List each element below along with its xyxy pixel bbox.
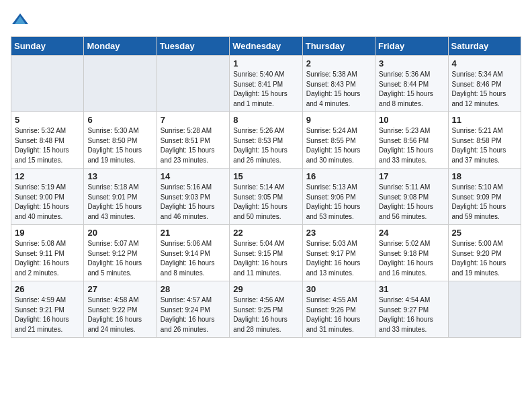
day-info: Sunrise: 5:30 AM Sunset: 8:50 PM Dayligh…	[87, 126, 152, 165]
week-row-3: 12Sunrise: 5:19 AM Sunset: 9:00 PM Dayli…	[11, 169, 521, 225]
day-number: 31	[379, 284, 444, 294]
day-cell: 17Sunrise: 5:11 AM Sunset: 9:08 PM Dayli…	[375, 169, 448, 225]
day-cell: 18Sunrise: 5:10 AM Sunset: 9:09 PM Dayli…	[448, 169, 521, 225]
week-row-2: 5Sunrise: 5:32 AM Sunset: 8:48 PM Daylig…	[11, 112, 521, 169]
day-info: Sunrise: 4:56 AM Sunset: 9:25 PM Dayligh…	[233, 295, 298, 334]
day-number: 21	[161, 228, 226, 238]
day-cell	[11, 56, 84, 112]
header	[11, 11, 521, 30]
day-info: Sunrise: 4:59 AM Sunset: 9:21 PM Dayligh…	[15, 295, 80, 334]
day-info: Sunrise: 5:11 AM Sunset: 9:08 PM Dayligh…	[379, 183, 444, 222]
day-cell: 11Sunrise: 5:21 AM Sunset: 8:58 PM Dayli…	[448, 112, 521, 169]
day-number: 11	[452, 115, 517, 125]
week-row-1: 1Sunrise: 5:40 AM Sunset: 8:41 PM Daylig…	[11, 56, 521, 112]
day-cell	[157, 56, 229, 112]
day-info: Sunrise: 5:21 AM Sunset: 8:58 PM Dayligh…	[452, 126, 517, 165]
day-number: 29	[233, 284, 298, 294]
day-info: Sunrise: 5:06 AM Sunset: 9:14 PM Dayligh…	[161, 239, 226, 278]
day-info: Sunrise: 5:14 AM Sunset: 9:05 PM Dayligh…	[233, 183, 298, 222]
day-info: Sunrise: 5:34 AM Sunset: 8:46 PM Dayligh…	[452, 70, 517, 109]
day-number: 3	[379, 58, 444, 68]
day-info: Sunrise: 5:18 AM Sunset: 9:01 PM Dayligh…	[87, 183, 152, 222]
calendar-container: SundayMondayTuesdayWednesdayThursdayFrid…	[0, 0, 532, 346]
day-info: Sunrise: 5:10 AM Sunset: 9:09 PM Dayligh…	[452, 183, 517, 222]
day-number: 7	[161, 115, 226, 125]
day-number: 27	[87, 284, 152, 294]
day-cell: 31Sunrise: 4:54 AM Sunset: 9:27 PM Dayli…	[375, 281, 448, 338]
day-cell: 30Sunrise: 4:55 AM Sunset: 9:26 PM Dayli…	[302, 281, 375, 338]
day-info: Sunrise: 4:57 AM Sunset: 9:24 PM Dayligh…	[161, 295, 226, 334]
header-day-monday: Monday	[84, 37, 157, 56]
day-number: 4	[452, 58, 517, 68]
day-number: 14	[161, 171, 226, 181]
day-number: 22	[233, 228, 298, 238]
day-number: 19	[15, 228, 80, 238]
header-day-tuesday: Tuesday	[157, 37, 229, 56]
day-info: Sunrise: 5:38 AM Sunset: 8:43 PM Dayligh…	[306, 70, 371, 109]
day-cell	[448, 281, 521, 338]
day-cell: 15Sunrise: 5:14 AM Sunset: 9:05 PM Dayli…	[230, 169, 302, 225]
day-info: Sunrise: 5:13 AM Sunset: 9:06 PM Dayligh…	[306, 183, 371, 222]
header-day-thursday: Thursday	[302, 37, 375, 56]
day-number: 9	[306, 115, 371, 125]
day-number: 2	[306, 58, 371, 68]
day-cell: 7Sunrise: 5:28 AM Sunset: 8:51 PM Daylig…	[157, 112, 229, 169]
day-number: 17	[379, 171, 444, 181]
day-cell: 12Sunrise: 5:19 AM Sunset: 9:00 PM Dayli…	[11, 169, 84, 225]
day-cell: 19Sunrise: 5:08 AM Sunset: 9:11 PM Dayli…	[11, 225, 84, 281]
day-info: Sunrise: 5:36 AM Sunset: 8:44 PM Dayligh…	[379, 70, 444, 109]
day-cell: 2Sunrise: 5:38 AM Sunset: 8:43 PM Daylig…	[302, 56, 375, 112]
day-cell: 28Sunrise: 4:57 AM Sunset: 9:24 PM Dayli…	[157, 281, 229, 338]
week-row-4: 19Sunrise: 5:08 AM Sunset: 9:11 PM Dayli…	[11, 225, 521, 281]
day-info: Sunrise: 5:16 AM Sunset: 9:03 PM Dayligh…	[161, 183, 226, 222]
day-info: Sunrise: 4:54 AM Sunset: 9:27 PM Dayligh…	[379, 295, 444, 334]
day-cell: 14Sunrise: 5:16 AM Sunset: 9:03 PM Dayli…	[157, 169, 229, 225]
day-number: 30	[306, 284, 371, 294]
day-info: Sunrise: 5:08 AM Sunset: 9:11 PM Dayligh…	[15, 239, 80, 278]
day-cell: 26Sunrise: 4:59 AM Sunset: 9:21 PM Dayli…	[11, 281, 84, 338]
day-cell: 21Sunrise: 5:06 AM Sunset: 9:14 PM Dayli…	[157, 225, 229, 281]
day-info: Sunrise: 5:24 AM Sunset: 8:55 PM Dayligh…	[306, 126, 371, 165]
day-number: 24	[379, 228, 444, 238]
day-info: Sunrise: 5:23 AM Sunset: 8:56 PM Dayligh…	[379, 126, 444, 165]
day-info: Sunrise: 5:26 AM Sunset: 8:53 PM Dayligh…	[233, 126, 298, 165]
day-number: 1	[233, 58, 298, 68]
header-day-friday: Friday	[375, 37, 448, 56]
logo-icon	[11, 11, 30, 30]
day-cell: 6Sunrise: 5:30 AM Sunset: 8:50 PM Daylig…	[84, 112, 157, 169]
day-cell: 8Sunrise: 5:26 AM Sunset: 8:53 PM Daylig…	[230, 112, 302, 169]
day-number: 25	[452, 228, 517, 238]
day-cell: 24Sunrise: 5:02 AM Sunset: 9:18 PM Dayli…	[375, 225, 448, 281]
day-number: 15	[233, 171, 298, 181]
day-cell: 29Sunrise: 4:56 AM Sunset: 9:25 PM Dayli…	[230, 281, 302, 338]
header-day-sunday: Sunday	[11, 37, 84, 56]
day-info: Sunrise: 5:00 AM Sunset: 9:20 PM Dayligh…	[452, 239, 517, 278]
day-number: 28	[161, 284, 226, 294]
day-number: 18	[452, 171, 517, 181]
day-number: 23	[306, 228, 371, 238]
day-info: Sunrise: 4:58 AM Sunset: 9:22 PM Dayligh…	[87, 295, 152, 334]
day-cell: 25Sunrise: 5:00 AM Sunset: 9:20 PM Dayli…	[448, 225, 521, 281]
day-number: 6	[87, 115, 152, 125]
day-cell: 13Sunrise: 5:18 AM Sunset: 9:01 PM Dayli…	[84, 169, 157, 225]
day-number: 20	[87, 228, 152, 238]
week-row-5: 26Sunrise: 4:59 AM Sunset: 9:21 PM Dayli…	[11, 281, 521, 338]
day-number: 12	[15, 171, 80, 181]
day-cell: 16Sunrise: 5:13 AM Sunset: 9:06 PM Dayli…	[302, 169, 375, 225]
day-cell: 1Sunrise: 5:40 AM Sunset: 8:41 PM Daylig…	[230, 56, 302, 112]
day-info: Sunrise: 5:03 AM Sunset: 9:17 PM Dayligh…	[306, 239, 371, 278]
day-cell: 4Sunrise: 5:34 AM Sunset: 8:46 PM Daylig…	[448, 56, 521, 112]
day-info: Sunrise: 5:28 AM Sunset: 8:51 PM Dayligh…	[161, 126, 226, 165]
header-day-wednesday: Wednesday	[230, 37, 302, 56]
day-cell: 22Sunrise: 5:04 AM Sunset: 9:15 PM Dayli…	[230, 225, 302, 281]
logo	[11, 11, 32, 30]
header-day-saturday: Saturday	[448, 37, 521, 56]
day-number: 16	[306, 171, 371, 181]
day-cell: 9Sunrise: 5:24 AM Sunset: 8:55 PM Daylig…	[302, 112, 375, 169]
day-info: Sunrise: 5:40 AM Sunset: 8:41 PM Dayligh…	[233, 70, 298, 109]
day-cell: 5Sunrise: 5:32 AM Sunset: 8:48 PM Daylig…	[11, 112, 84, 169]
day-info: Sunrise: 5:02 AM Sunset: 9:18 PM Dayligh…	[379, 239, 444, 278]
day-info: Sunrise: 5:04 AM Sunset: 9:15 PM Dayligh…	[233, 239, 298, 278]
day-info: Sunrise: 5:19 AM Sunset: 9:00 PM Dayligh…	[15, 183, 80, 222]
day-number: 10	[379, 115, 444, 125]
